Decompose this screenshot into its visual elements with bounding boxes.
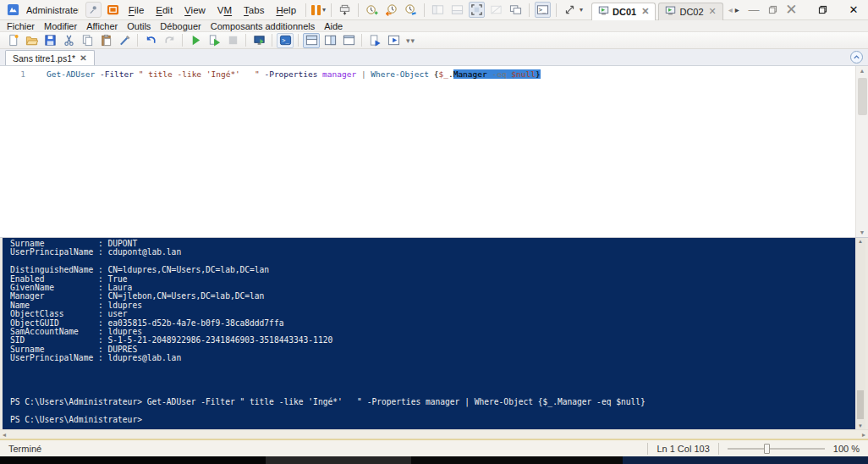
script-pane-right-icon[interactable] — [321, 33, 338, 48]
editor-scrollbar[interactable]: ▲ ▼ — [855, 66, 868, 237]
ise-menu-fichier[interactable]: Fichier — [4, 21, 41, 31]
pause-icon[interactable] — [311, 5, 321, 15]
console-view-icon[interactable]: >_ — [535, 2, 551, 18]
vm-tab-close-icon[interactable]: ✕ — [641, 6, 649, 17]
ise-toolbar: >_▾▾ — [0, 32, 868, 49]
unity-icon[interactable] — [488, 2, 504, 18]
scroll-down-icon[interactable]: ▼ — [860, 229, 865, 235]
ise-menu-outils[interactable]: Outils — [124, 21, 157, 31]
vm-app-icon — [5, 2, 21, 18]
scroll-right-icon[interactable]: ▸ — [862, 431, 865, 439]
tab-nav-fwd-icon[interactable]: ▸ — [735, 5, 742, 14]
scroll-up-icon[interactable]: ▲ — [860, 68, 865, 74]
redo-icon[interactable] — [161, 33, 178, 48]
vm-tab-label: DC02 — [679, 7, 703, 17]
script-pane-top-icon[interactable] — [303, 33, 320, 48]
scroll-left-icon[interactable]: ◂ — [3, 431, 6, 439]
vm-menu-tabs[interactable]: Tabs — [238, 3, 270, 17]
collapse-script-pane-button[interactable] — [850, 51, 863, 64]
code-token: $_ — [438, 69, 448, 79]
panel-library-icon[interactable] — [430, 2, 446, 18]
ise-menu-aide[interactable]: Aide — [321, 21, 349, 31]
separator — [647, 443, 648, 455]
command-window-icon[interactable] — [366, 33, 383, 48]
ise-menu-afficher[interactable]: Afficher — [84, 21, 124, 31]
panel-thumbnails-icon[interactable] — [449, 2, 465, 18]
pin-icon[interactable] — [85, 2, 102, 18]
fullscreen-icon[interactable] — [469, 2, 485, 18]
outer-close-button[interactable]: ✕ — [843, 3, 864, 18]
outer-restore-button[interactable] — [812, 3, 832, 18]
run-script-icon[interactable] — [187, 33, 204, 48]
copy-icon[interactable] — [79, 33, 96, 48]
ctrl-alt-del-icon[interactable] — [337, 2, 353, 18]
script-tab-label: Sans titre1.ps1* — [13, 53, 75, 64]
vm-restore-button[interactable] — [764, 3, 781, 18]
cut-icon[interactable] — [60, 33, 77, 48]
snapshot-take-icon[interactable] — [364, 2, 380, 18]
console-line: SID : S-1-5-21-2048922986-2341846903-351… — [10, 336, 865, 345]
run-selection-icon[interactable] — [206, 33, 222, 48]
toggle-script-pane-icon[interactable] — [385, 33, 402, 48]
console-line: PS C:\Users\Administrateur> — [10, 416, 865, 424]
remote-tab-icon[interactable] — [250, 33, 267, 48]
script-editor-pane[interactable]: 1 Get-ADUser -Filter " title -like 'Ingé… — [0, 66, 868, 238]
console-scrollbar[interactable]: ▲ ▼ — [855, 238, 865, 429]
code-token: } — [536, 69, 541, 79]
paste-icon[interactable] — [97, 33, 114, 48]
stop-icon[interactable] — [224, 33, 241, 48]
scroll-up-icon[interactable]: ▲ — [858, 239, 863, 244]
scrollbar-thumb[interactable] — [858, 78, 867, 115]
script-tab-close-icon[interactable]: ✕ — [80, 53, 86, 63]
vm-menu-view[interactable]: View — [179, 3, 212, 17]
separator — [529, 3, 530, 17]
code-token: Manager — [453, 69, 487, 79]
pause-caret-icon[interactable]: ▾ — [322, 6, 326, 14]
ise-menu-composants-additionnels[interactable]: Composants additionnels — [208, 21, 322, 31]
vm-tab-dc02[interactable]: DC02✕ — [658, 3, 722, 20]
powershell-console-icon[interactable]: >_ — [277, 33, 294, 48]
expand-display-icon[interactable] — [562, 2, 578, 18]
console-hscrollbar[interactable]: ◂ ▸ — [0, 429, 868, 439]
scrollbar-thumb[interactable] — [857, 390, 864, 419]
toolbar-overflow-icon[interactable]: ▾▾ — [406, 36, 415, 45]
save-icon[interactable] — [41, 33, 58, 48]
separator — [245, 34, 246, 47]
snapshot-manager-icon[interactable] — [403, 2, 419, 18]
vm-close-button[interactable]: ✕ — [783, 3, 799, 18]
console-line — [10, 363, 865, 372]
vm-menu-edit[interactable]: Edit — [150, 3, 179, 17]
code-token: manager — [322, 69, 356, 79]
separator — [556, 3, 557, 17]
expand-caret-icon[interactable]: ▾ — [580, 6, 583, 14]
scroll-down-icon[interactable]: ▼ — [858, 423, 863, 428]
open-icon[interactable] — [23, 33, 40, 48]
tab-nav-arrows[interactable]: ◂▸ — [728, 5, 742, 14]
vm-menu-file[interactable]: File — [123, 3, 151, 17]
cycle-monitors-icon[interactable] — [508, 2, 524, 18]
undo-icon[interactable] — [142, 33, 159, 48]
script-tab[interactable]: Sans titre1.ps1* ✕ — [5, 50, 95, 65]
vm-toolbar: >_ — [335, 2, 580, 18]
zoom-slider-thumb[interactable] — [764, 444, 770, 454]
tab-nav-back-icon[interactable]: ◂ — [728, 5, 735, 14]
new-file-icon[interactable] — [4, 33, 21, 48]
line-number: 1 — [0, 69, 25, 80]
vm-tab-dc01[interactable]: DC01✕ — [591, 3, 656, 20]
vm-minimize-button[interactable]: — — [745, 3, 762, 18]
vm-tab-close-icon[interactable]: ✕ — [709, 6, 717, 17]
vm-screen-icon — [598, 5, 609, 18]
zoom-slider-track[interactable] — [728, 448, 825, 450]
console-pane[interactable]: Surname : DUPONTUserPrincipalName : cdup… — [0, 238, 868, 429]
ise-menu-d-boguer[interactable]: Déboguer — [157, 21, 207, 31]
vm-menu-vm[interactable]: VM — [212, 3, 238, 17]
ise-menu-modifier[interactable]: Modifier — [41, 21, 84, 31]
script-pane-max-icon[interactable] — [340, 33, 357, 48]
separator — [137, 34, 138, 47]
zoom-slider[interactable] — [728, 443, 825, 455]
code-token: -Filter — [100, 69, 134, 79]
snapshot-revert-icon[interactable] — [383, 2, 399, 18]
code-token: Get-ADUser — [47, 69, 95, 79]
clear-console-icon[interactable] — [116, 33, 133, 48]
vm-menu-help[interactable]: Help — [270, 3, 302, 17]
